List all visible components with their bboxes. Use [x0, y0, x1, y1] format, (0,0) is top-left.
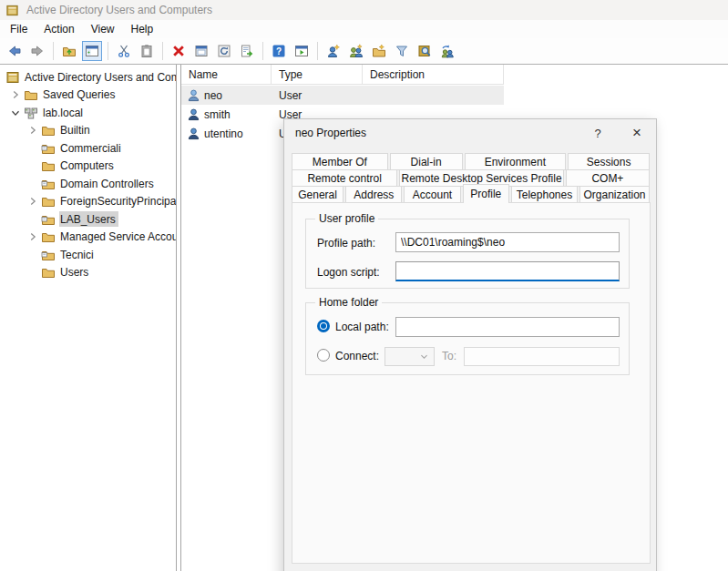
list-row-neo[interactable]: neo User	[181, 86, 504, 105]
chevron-right-icon[interactable]	[7, 87, 24, 102]
ou-folder-icon	[41, 177, 56, 191]
filter-icon[interactable]	[392, 41, 412, 61]
find-icon[interactable]	[415, 41, 435, 61]
chevron-right-icon[interactable]	[25, 123, 41, 138]
console-tree-icon[interactable]	[82, 41, 102, 61]
tree-item-label: Domain Controllers	[59, 178, 154, 190]
list-header: Name Type Description	[181, 65, 504, 85]
tree-item-lab-local[interactable]: lab.local	[0, 104, 176, 122]
tab-address[interactable]: Address	[345, 186, 402, 203]
new-group-icon[interactable]	[346, 41, 366, 61]
tab-environment[interactable]: Environment	[465, 153, 567, 170]
tab-account[interactable]: Account	[404, 186, 460, 203]
tab-dial-in[interactable]: Dial-in	[390, 153, 463, 170]
paste-icon[interactable]	[137, 41, 157, 61]
logon-script-input[interactable]	[395, 261, 620, 281]
cut-icon[interactable]	[114, 41, 134, 61]
tree-item-commerciali[interactable]: Commerciali	[0, 139, 176, 158]
tab-member-of[interactable]: Member Of	[292, 153, 388, 170]
tree-item-managed-service-accounts[interactable]: Managed Service Accounts	[0, 229, 176, 247]
menu-action[interactable]: Action	[36, 21, 82, 37]
dialog-title-bar: neo Properties ? ×	[284, 119, 656, 147]
tab-sessions[interactable]: Sessions	[568, 153, 650, 170]
tab-organization[interactable]: Organization	[579, 186, 650, 203]
domain-icon	[24, 106, 38, 120]
tree-item-lab-users[interactable]: LAB_Users	[0, 210, 176, 229]
user-icon	[187, 107, 200, 121]
change-user-icon[interactable]	[437, 41, 457, 61]
connect-label: Connect:	[335, 350, 379, 362]
chevron-down-icon[interactable]	[7, 106, 24, 120]
menu-view[interactable]: View	[83, 21, 123, 37]
local-path-label: Local path:	[335, 321, 389, 333]
folder-icon	[41, 229, 56, 244]
folder-icon	[41, 158, 56, 173]
profile-tab-page: User profile Profile path: Logon script:…	[292, 202, 651, 564]
action-pane-icon[interactable]	[292, 41, 312, 61]
console-icon	[5, 70, 20, 85]
tree-item-label: Tecnici	[59, 249, 94, 261]
column-header-type[interactable]: Type	[272, 65, 363, 84]
tree-item-domain-controllers[interactable]: Domain Controllers	[0, 175, 176, 193]
folder-icon	[41, 123, 56, 138]
tab-remote-control[interactable]: Remote control	[292, 169, 397, 187]
properties-icon[interactable]	[191, 41, 211, 61]
user-profile-legend: User profile	[315, 212, 378, 225]
local-path-radio[interactable]	[317, 320, 330, 332]
user-profile-groupbox: User profile Profile path: Logon script:	[305, 219, 630, 289]
column-header-name[interactable]: Name	[181, 65, 272, 84]
back-icon[interactable]	[5, 41, 25, 61]
toolbar-separator	[108, 42, 108, 60]
new-user-icon[interactable]	[323, 41, 343, 61]
dialog-help-button[interactable]: ?	[586, 121, 610, 145]
tab-profile[interactable]: Profile	[463, 184, 509, 203]
forward-icon[interactable]	[27, 41, 47, 61]
tab-general[interactable]: General	[292, 186, 343, 203]
tree-item-label: LAB_Users	[59, 213, 116, 226]
delete-icon[interactable]	[169, 41, 189, 61]
list-cell-name: neo	[204, 89, 222, 102]
tab-strip: Member Of Dial-in Environment Sessions R…	[292, 153, 650, 202]
console-tree: Active Directory Users and Computers Sav…	[0, 65, 176, 571]
dialog-close-button[interactable]: ×	[625, 121, 649, 145]
up-folder-icon[interactable]	[59, 41, 79, 61]
folder-icon	[41, 265, 56, 280]
local-path-input[interactable]	[395, 317, 620, 337]
selected-tree-node[interactable]: LAB_Users	[59, 211, 118, 227]
tree-item-foreign-security-principals[interactable]: ForeignSecurityPrincipals	[0, 193, 176, 211]
chevron-right-icon[interactable]	[25, 194, 41, 209]
tree-item-label: lab.local	[42, 107, 83, 119]
chevron-right-icon[interactable]	[25, 229, 41, 244]
title-bar: Active Directory Users and Computers	[0, 0, 728, 20]
export-list-icon[interactable]	[237, 41, 257, 61]
column-header-description[interactable]: Description	[363, 65, 504, 84]
menu-help[interactable]: Help	[123, 21, 162, 37]
tree-item-tecnici[interactable]: Tecnici	[0, 246, 176, 264]
connect-path-input[interactable]	[464, 347, 620, 366]
toolbar-separator	[262, 42, 263, 60]
dialog-title: neo Properties	[295, 127, 366, 139]
toolbar-separator	[53, 42, 54, 60]
menu-bar: File Action View Help	[0, 20, 728, 38]
tab-com-plus[interactable]: COM+	[566, 169, 650, 187]
drive-letter-select[interactable]	[385, 347, 435, 366]
new-ou-icon[interactable]	[369, 41, 389, 61]
profile-path-input[interactable]	[395, 232, 620, 252]
list-cell-name: smith	[204, 108, 231, 121]
tree-item-users[interactable]: Users	[0, 264, 176, 282]
home-folder-legend: Home folder	[315, 296, 382, 309]
tree-item-computers[interactable]: Computers	[0, 158, 176, 176]
toolbar-separator	[317, 42, 318, 60]
user-icon	[187, 127, 200, 140]
folder-icon	[41, 194, 56, 209]
menu-file[interactable]: File	[2, 21, 36, 37]
help-icon[interactable]: ?	[269, 41, 289, 61]
tree-item-root[interactable]: Active Directory Users and Computers	[0, 68, 176, 87]
tree-item-builtin[interactable]: Builtin	[0, 122, 176, 140]
tab-telephones[interactable]: Telephones	[511, 186, 578, 203]
ou-folder-icon	[41, 141, 56, 156]
profile-path-label: Profile path:	[317, 237, 375, 250]
refresh-icon[interactable]	[214, 41, 234, 61]
tree-item-saved-queries[interactable]: Saved Queries	[0, 87, 176, 105]
connect-radio[interactable]	[317, 349, 330, 362]
